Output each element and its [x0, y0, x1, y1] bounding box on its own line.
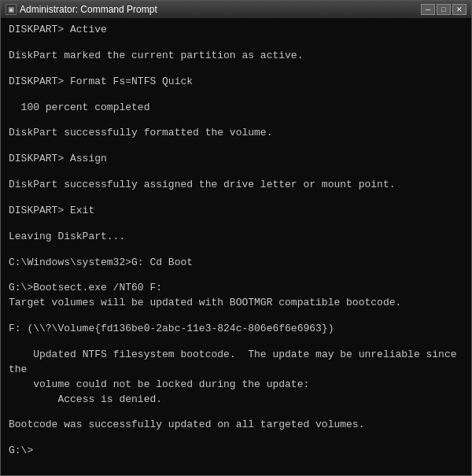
terminal-line	[9, 337, 463, 348]
terminal-line: volume could not be locked during the up…	[9, 378, 463, 393]
maximize-button[interactable]: □	[437, 4, 451, 15]
terminal-line: G:\>	[9, 444, 463, 459]
terminal-line	[9, 141, 463, 152]
terminal-line: Access is denied.	[9, 393, 463, 408]
terminal-line: Updated NTFS filesystem bootcode. The up…	[9, 348, 463, 378]
terminal-line: C:\Windows\system32>G: Cd Boot	[9, 256, 463, 271]
terminal-line: DISKPART> Assign	[9, 152, 463, 167]
minimize-button[interactable]: ─	[421, 4, 435, 15]
terminal-line	[9, 407, 463, 418]
terminal-line: DiskPart successfully formatted the volu…	[9, 126, 463, 141]
cmd-window: ▣ Administrator: Command Prompt ─ □ ✕ DI…	[0, 0, 472, 476]
terminal-line: DISKPART> Exit	[9, 204, 463, 219]
title-bar: ▣ Administrator: Command Prompt ─ □ ✕	[1, 1, 471, 18]
terminal-line	[9, 245, 463, 256]
title-bar-buttons: ─ □ ✕	[421, 4, 466, 15]
terminal-line	[9, 219, 463, 230]
terminal-line: G:\>Bootsect.exe /NT60 F:	[9, 281, 463, 296]
window-icon: ▣	[6, 4, 17, 15]
terminal-line	[9, 64, 463, 75]
terminal-line	[9, 433, 463, 444]
window-title: Administrator: Command Prompt	[20, 4, 157, 15]
title-bar-left: ▣ Administrator: Command Prompt	[6, 4, 157, 15]
terminal-line: DiskPart marked the current partition as…	[9, 49, 463, 64]
terminal-line: DISKPART> Active	[9, 23, 463, 38]
terminal-line	[9, 193, 463, 204]
terminal-line	[9, 311, 463, 322]
terminal-line	[9, 90, 463, 101]
terminal-line	[9, 167, 463, 178]
terminal-line: Leaving DiskPart...	[9, 230, 463, 245]
close-button[interactable]: ✕	[452, 4, 466, 15]
terminal-line	[9, 38, 463, 49]
terminal-line	[9, 115, 463, 126]
terminal-line: DISKPART> Format Fs=NTFS Quick	[9, 75, 463, 90]
terminal-output: DISKPART> Active DiskPart marked the cur…	[1, 18, 471, 475]
terminal-line: Target volumes will be updated with BOOT…	[9, 296, 463, 311]
terminal-line: 100 percent completed	[9, 101, 463, 116]
terminal-line	[9, 270, 463, 281]
terminal-line: F: (\\?\Volume{fd136be0-2abc-11e3-824c-8…	[9, 322, 463, 337]
terminal-line: Bootcode was successfully updated on all…	[9, 418, 463, 433]
terminal-line: DiskPart successfully assigned the drive…	[9, 178, 463, 193]
